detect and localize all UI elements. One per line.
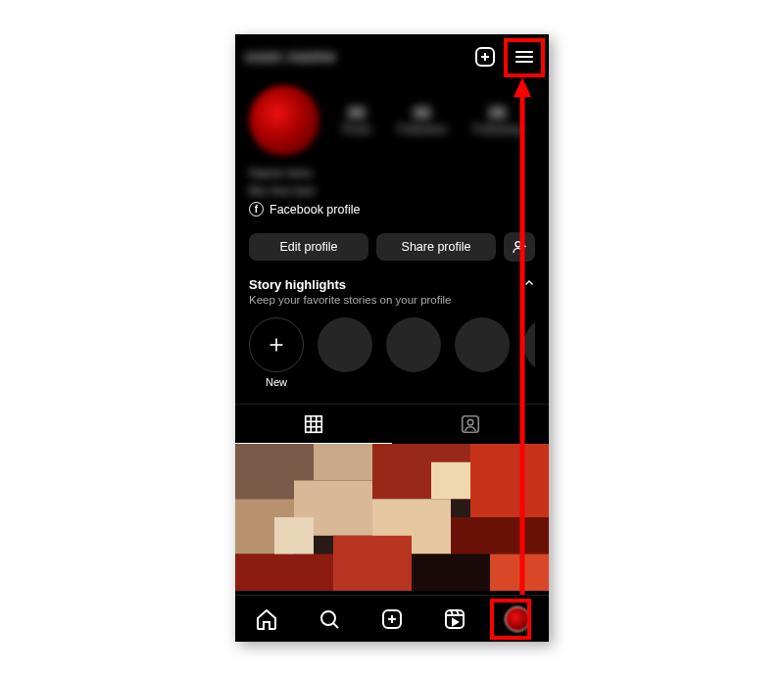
profile-topbar: user.name [235, 34, 549, 79]
highlights-subtitle: Keep your favorite stories on your profi… [249, 294, 451, 306]
tab-grid[interactable] [235, 405, 392, 444]
bottom-nav [235, 595, 549, 642]
plus-square-icon [380, 607, 404, 631]
stat-posts[interactable]: 00 Posts [342, 105, 371, 136]
stat-value: 00 [342, 105, 371, 122]
chevron-up-icon [523, 277, 535, 289]
search-icon [318, 607, 341, 631]
person-plus-icon [512, 239, 527, 255]
plus-icon [266, 334, 287, 356]
phone-frame: user.name 00 Post [235, 34, 549, 642]
avatar-icon [505, 606, 530, 632]
profile-header: 00 Posts 00 Followers 00 Following [235, 79, 549, 160]
tab-tagged[interactable] [392, 405, 549, 444]
menu-button[interactable] [512, 44, 537, 70]
svg-rect-20 [314, 444, 372, 481]
hamburger-icon [513, 45, 536, 69]
new-highlight-button[interactable]: New [249, 317, 304, 388]
nav-profile[interactable] [504, 605, 531, 633]
svg-rect-32 [431, 462, 470, 500]
nav-search[interactable] [316, 605, 343, 633]
svg-rect-11 [306, 415, 322, 432]
highlights-title: Story highlights [249, 277, 451, 292]
stat-value: 00 [397, 105, 447, 122]
plus-square-icon [473, 45, 497, 69]
profile-tabs [235, 404, 549, 444]
svg-rect-30 [490, 555, 549, 592]
topbar-actions [472, 44, 539, 70]
stat-label: Posts [342, 122, 371, 136]
profile-avatar[interactable] [249, 85, 319, 156]
svg-point-17 [467, 419, 473, 425]
highlight-placeholder [523, 317, 535, 388]
discover-people-button[interactable] [504, 232, 535, 262]
facebook-icon: f [249, 202, 264, 217]
edit-profile-button[interactable]: Edit profile [249, 233, 368, 261]
profile-stats: 00 Posts 00 Followers 00 Following [329, 105, 535, 136]
nav-home[interactable] [253, 605, 280, 633]
svg-rect-38 [446, 610, 464, 628]
profile-action-row: Edit profile Share profile [235, 222, 549, 271]
story-highlights-section: Story highlights Keep your favorite stor… [235, 271, 549, 400]
highlights-tray[interactable]: New [249, 306, 535, 394]
stat-label: Following [472, 122, 522, 136]
stat-followers[interactable]: 00 Followers [397, 105, 447, 136]
posts-grid[interactable] [235, 444, 549, 591]
stat-following[interactable]: 00 Following [472, 105, 522, 136]
username[interactable]: user.name [245, 47, 336, 67]
home-icon [255, 607, 278, 631]
bio-name: Name here [249, 166, 535, 180]
svg-rect-28 [333, 536, 412, 591]
svg-rect-27 [235, 555, 333, 592]
svg-rect-31 [274, 517, 314, 555]
profile-bio: Name here Bio line text f Facebook profi… [235, 160, 549, 222]
svg-point-33 [321, 611, 335, 625]
stat-value: 00 [472, 105, 522, 122]
share-profile-button[interactable]: Share profile [376, 233, 496, 261]
svg-rect-22 [470, 444, 549, 517]
tagged-icon [460, 413, 481, 435]
create-button[interactable] [472, 44, 498, 70]
svg-rect-29 [412, 555, 490, 592]
facebook-label: Facebook profile [270, 203, 360, 217]
stat-label: Followers [397, 122, 447, 136]
svg-rect-26 [451, 517, 549, 555]
grid-icon [303, 413, 324, 435]
facebook-profile-link[interactable]: f Facebook profile [249, 202, 535, 217]
new-highlight-label: New [266, 376, 287, 388]
bio-text: Bio line text [249, 183, 535, 198]
reels-icon [443, 607, 466, 631]
highlight-placeholder [318, 317, 372, 388]
svg-marker-42 [453, 619, 458, 625]
highlight-placeholder [386, 317, 441, 388]
collapse-highlights-button[interactable] [523, 277, 535, 289]
svg-point-6 [515, 242, 520, 247]
highlight-placeholder [455, 317, 510, 388]
nav-reels[interactable] [441, 605, 468, 633]
post-thumbnail[interactable] [235, 444, 549, 591]
svg-rect-16 [463, 416, 479, 433]
nav-create[interactable] [378, 605, 406, 633]
svg-line-34 [333, 623, 338, 628]
